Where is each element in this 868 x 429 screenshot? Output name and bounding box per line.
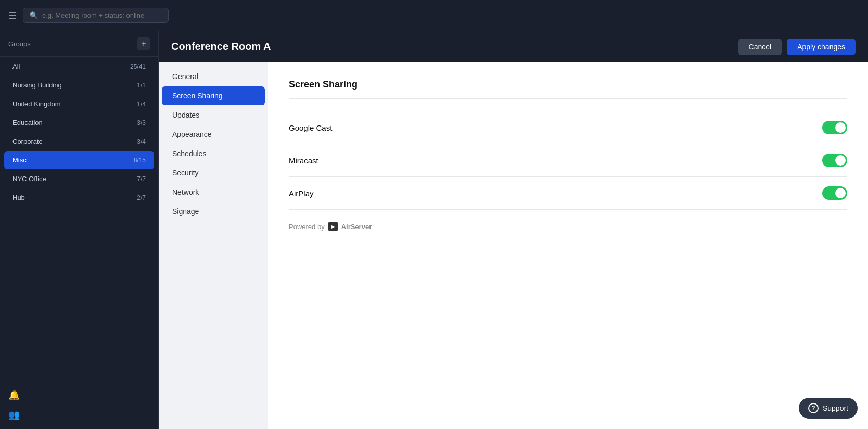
group-count: 3/4 [137, 138, 146, 145]
search-input[interactable] [42, 11, 162, 19]
sidebar-group-item[interactable]: Education 3/3 [4, 113, 154, 132]
toggle-slider [822, 121, 847, 134]
group-count: 7/7 [137, 175, 146, 183]
group-name: United Kingdom [12, 100, 61, 108]
group-name: Misc [12, 156, 27, 164]
support-icon: ? [808, 403, 819, 413]
toggle-slider [822, 154, 847, 167]
toggle-slider [822, 186, 847, 200]
settings-nav: GeneralScreen SharingUpdatesAppearanceSc… [159, 67, 268, 221]
settings-nav-signage[interactable]: Signage [162, 202, 265, 221]
settings-sidebar: GeneralScreen SharingUpdatesAppearanceSc… [159, 62, 268, 429]
setting-label: AirPlay [289, 189, 314, 198]
sidebar-header: Groups + [0, 31, 158, 57]
cancel-button[interactable]: Cancel [738, 39, 782, 55]
support-label: Support [823, 404, 848, 412]
group-count: 1/1 [137, 82, 146, 89]
users-icon[interactable]: 👥 [8, 409, 150, 421]
sidebar-title: Groups [8, 40, 31, 48]
sidebar-group-item[interactable]: Nursing Building 1/1 [4, 76, 154, 94]
sidebar-group-item[interactable]: All 25/41 [4, 57, 154, 75]
modal: Conference Room A Cancel Apply changes G… [159, 31, 868, 429]
group-name: Hub [12, 194, 25, 201]
sidebar-bottom: 🔔 👥 [0, 381, 158, 429]
support-button[interactable]: ? Support [799, 398, 858, 419]
modal-overlay: Conference Room A Cancel Apply changes G… [159, 31, 868, 429]
settings-nav-updates[interactable]: Updates [162, 106, 265, 124]
group-count: 25/41 [130, 63, 146, 70]
toggle-miracast[interactable] [822, 154, 847, 167]
group-count: 3/3 [137, 119, 146, 127]
modal-topbar: Conference Room A Cancel Apply changes [159, 31, 868, 62]
settings-nav-security[interactable]: Security [162, 163, 265, 182]
setting-row-airplay: AirPlay [289, 177, 847, 210]
main-layout: Groups + All 25/41 Nursing Building 1/1 … [0, 31, 868, 429]
group-name: NYC Office [12, 175, 46, 183]
settings-nav-appearance[interactable]: Appearance [162, 125, 265, 144]
settings-section-title: Screen Sharing [289, 79, 847, 99]
group-name: Corporate [12, 137, 43, 145]
sidebar-group-item[interactable]: Corporate 3/4 [4, 132, 154, 150]
powered-by: Powered by ▶ AirServer [289, 222, 847, 231]
group-list: All 25/41 Nursing Building 1/1 United Ki… [0, 57, 158, 207]
group-name: Education [12, 119, 43, 127]
hamburger-icon[interactable]: ☰ [8, 10, 17, 21]
sidebar-group-item[interactable]: United Kingdom 1/4 [4, 95, 154, 113]
setting-label: Google Cast [289, 123, 332, 132]
setting-row-google-cast: Google Cast [289, 111, 847, 144]
modal-title: Conference Room A [171, 41, 271, 53]
modal-actions: Cancel Apply changes [738, 39, 856, 55]
setting-row-miracast: Miracast [289, 144, 847, 177]
toggle-airplay[interactable] [822, 186, 847, 200]
sidebar-group-item[interactable]: Misc 8/15 [4, 151, 154, 169]
settings-nav-screen-sharing[interactable]: Screen Sharing [162, 86, 265, 105]
group-name: Nursing Building [12, 81, 62, 89]
settings-nav-general[interactable]: General [162, 67, 265, 86]
sidebar-group-item[interactable]: NYC Office 7/7 [4, 170, 154, 188]
sidebar-group-item[interactable]: Hub 2/7 [4, 188, 154, 207]
group-count: 2/7 [137, 194, 146, 201]
setting-label: Miracast [289, 156, 318, 165]
airserver-icon: ▶ [328, 222, 338, 231]
settings-rows: Google Cast Miracast AirPlay [289, 111, 847, 210]
topbar-left: ☰ 🔍 [8, 8, 169, 23]
settings-nav-network[interactable]: Network [162, 183, 265, 201]
group-name: All [12, 62, 20, 70]
toggle-google-cast[interactable] [822, 121, 847, 134]
settings-content: Screen Sharing Google Cast Miracast AirP… [268, 62, 868, 429]
add-group-button[interactable]: + [137, 37, 150, 50]
group-count: 1/4 [137, 100, 146, 108]
notification-icon[interactable]: 🔔 [8, 389, 150, 401]
topbar: ☰ 🔍 [0, 0, 868, 31]
left-sidebar: Groups + All 25/41 Nursing Building 1/1 … [0, 31, 159, 429]
apply-changes-button[interactable]: Apply changes [787, 39, 856, 55]
group-count: 8/15 [134, 157, 146, 164]
content-area: Status ▼ Name ✓ Online Conference Room A… [159, 31, 868, 429]
settings-nav-schedules[interactable]: Schedules [162, 144, 265, 163]
search-box[interactable]: 🔍 [23, 8, 169, 23]
modal-body: GeneralScreen SharingUpdatesAppearanceSc… [159, 62, 868, 429]
search-icon: 🔍 [30, 11, 38, 19]
